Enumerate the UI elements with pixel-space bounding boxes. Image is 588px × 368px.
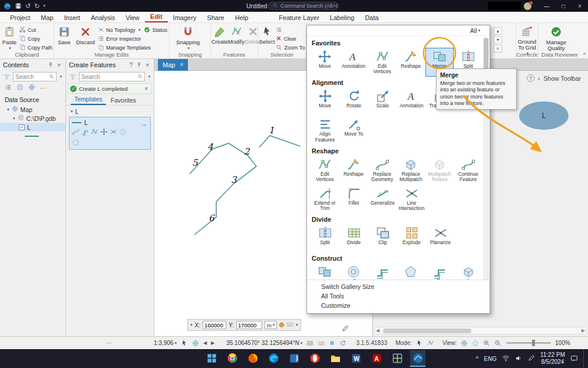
gallery-item-duplicate-vertical[interactable]: Duplicate Vertical <box>454 263 483 280</box>
gallery-footer-customize[interactable]: Customize <box>307 301 490 310</box>
gallery-item-construct-polygons[interactable]: Construct Polygons <box>397 263 425 280</box>
gallery-item-replace-geometry[interactable]: Replace Geometry <box>368 156 397 185</box>
close-button[interactable]: × <box>572 0 588 12</box>
ribbon-tab-share[interactable]: Share <box>201 12 229 22</box>
right-angle-tool-icon[interactable] <box>81 128 89 137</box>
tab-templates[interactable]: Templates <box>71 94 106 105</box>
ribbon-tab-insert[interactable]: Insert <box>59 12 86 22</box>
gallery-item-split[interactable]: Split <box>310 224 339 252</box>
grid-toggle-icon[interactable] <box>306 340 313 347</box>
select-button[interactable]: Select <box>259 25 275 45</box>
zoom-slider-thumb[interactable] <box>532 340 535 346</box>
scrollbar-thumb[interactable] <box>383 328 471 333</box>
contents-search-input[interactable]: Search <box>13 72 57 81</box>
keyboard-entry-icon[interactable] <box>286 321 293 329</box>
zoom-slider[interactable] <box>506 342 551 344</box>
manage-templates-button[interactable]: Manage Templates <box>98 44 167 52</box>
horizontal-scrollbar[interactable]: ◀ ▶ <box>374 327 587 334</box>
search-dropdown-icon[interactable]: ▾ <box>146 74 152 79</box>
taskbar-icon-arcgis[interactable] <box>410 350 425 367</box>
paste-dropdown-icon[interactable]: ▾ <box>9 46 11 50</box>
cut-button[interactable]: Cut <box>19 26 52 34</box>
gallery-item-annotation[interactable]: AAnnotation <box>339 48 368 77</box>
gallery-item-move[interactable]: Move <box>310 87 339 116</box>
ribbon-tab-map[interactable]: Map <box>35 12 58 22</box>
select-tool-icon[interactable] <box>181 340 188 347</box>
taskbar-icon-start[interactable] <box>204 350 219 367</box>
gallery-item-move[interactable]: Move <box>310 48 339 77</box>
refresh-icon[interactable] <box>339 340 346 347</box>
volume-icon[interactable] <box>515 354 523 363</box>
gallery-scroll-down-icon[interactable]: ▾ <box>494 36 502 44</box>
gallery-item-reshape[interactable]: Reshape <box>339 156 368 185</box>
close-icon[interactable]: × <box>144 62 151 68</box>
ribbon-tab-project[interactable]: Project <box>5 12 35 22</box>
account-avatar[interactable] <box>524 2 531 10</box>
line-tool-icon[interactable] <box>72 128 80 137</box>
gallery-item-scale[interactable]: Scale <box>368 87 397 116</box>
taskbar-icon-edge[interactable] <box>266 350 281 367</box>
gallery-item-fillet[interactable]: Fillet <box>339 185 368 213</box>
zoom-in-icon[interactable] <box>483 340 490 347</box>
gallery-item-edit-vertices[interactable]: Edit Vertices <box>368 48 397 77</box>
expand-icon[interactable]: ▾ <box>13 116 15 121</box>
taskbar-icon-opera[interactable] <box>307 350 322 367</box>
tree-item-layer-l[interactable]: ✓ L <box>0 123 65 132</box>
panel-resize-dots[interactable]: ⋯ <box>106 340 113 346</box>
ribbon-tab-feature-layer[interactable]: Feature Layer <box>273 12 324 22</box>
dismiss-message-icon[interactable]: × <box>143 86 150 92</box>
gallery-filter-dropdown[interactable]: All ▾ <box>470 27 480 34</box>
tree-item-geodatabase[interactable]: ▾ C:\D\P.gdb <box>0 114 65 123</box>
gallery-item-generalize[interactable]: Generalize <box>368 185 397 213</box>
polygon-tool-icon[interactable] <box>72 139 80 147</box>
full-extent-icon[interactable] <box>192 340 199 347</box>
snapping-button[interactable]: Snapping ▾ <box>171 25 205 50</box>
list-by-selection-icon[interactable] <box>28 84 35 92</box>
gallery-item-planarize[interactable]: Planarize <box>426 224 455 252</box>
taskbar-icon-explorer[interactable] <box>389 350 405 367</box>
show-desktop-button[interactable] <box>583 349 586 368</box>
topology-dropdown[interactable]: No Topology▾ <box>98 26 140 34</box>
view-2d-icon[interactable] <box>461 340 468 347</box>
previous-extent-icon[interactable]: ◀ <box>203 340 207 346</box>
circle-tool-icon[interactable] <box>119 128 127 137</box>
coord-more-dropdown-icon[interactable]: ▾ <box>296 323 298 327</box>
create-button[interactable]: Create <box>212 25 227 45</box>
gallery-item-offset[interactable]: Offset <box>425 263 454 280</box>
search-dropdown-icon[interactable]: ▾ <box>58 74 64 79</box>
modify-button[interactable]: Modify <box>229 25 244 45</box>
x-coordinate-input[interactable] <box>203 321 226 329</box>
gallery-item-reshape[interactable]: Reshape <box>397 48 425 77</box>
pin-icon[interactable] <box>134 62 144 68</box>
pin-icon[interactable] <box>46 62 55 68</box>
list-by-drawing-order-icon[interactable] <box>5 84 12 92</box>
scroll-left-icon[interactable]: ◀ <box>376 328 379 333</box>
gallery-item-extend-or-trim[interactable]: Extend or Trim <box>310 185 339 213</box>
template-search-input[interactable]: Search <box>79 72 145 81</box>
command-search[interactable]: Command Search (Alt+Q) <box>268 2 339 10</box>
taskbar-icon-acrobat[interactable]: A <box>369 350 384 367</box>
pause-drawing-icon[interactable] <box>329 340 335 346</box>
wifi-icon[interactable] <box>502 354 510 363</box>
more-options-icon[interactable]: ⋯ <box>40 84 47 91</box>
copy-button[interactable]: Copy <box>19 35 52 43</box>
ribbon-tab-labeling[interactable]: Labeling <box>325 12 360 22</box>
save-edits-button[interactable]: Save <box>55 25 73 45</box>
filter-icon[interactable] <box>68 74 78 80</box>
gallery-item-annotation[interactable]: AAnnotation <box>397 87 426 116</box>
collapse-ribbon-icon[interactable]: ^ <box>583 52 586 58</box>
next-extent-icon[interactable]: ▶ <box>211 340 214 346</box>
taskbar-icon-folder[interactable] <box>328 350 343 367</box>
gallery-item-copy-parallel[interactable]: Copy Parallel <box>368 263 397 280</box>
help-icon[interactable]: ? <box>128 62 135 68</box>
paste-button[interactable]: Paste ▾ <box>1 25 18 50</box>
ribbon-tab-edit[interactable]: Edit <box>145 11 168 22</box>
zoom-out-icon[interactable] <box>494 340 501 347</box>
gallery-item-explode[interactable]: Explode <box>397 224 426 252</box>
tray-expand-icon[interactable]: ^ <box>476 356 479 362</box>
tree-item-map[interactable]: ▾ Map <box>0 105 65 114</box>
taskbar-icon-word[interactable]: W <box>348 350 364 367</box>
action-center-icon[interactable] <box>570 354 578 363</box>
discard-edits-button[interactable]: Discard <box>74 25 97 45</box>
attributes-button[interactable] <box>276 26 305 34</box>
